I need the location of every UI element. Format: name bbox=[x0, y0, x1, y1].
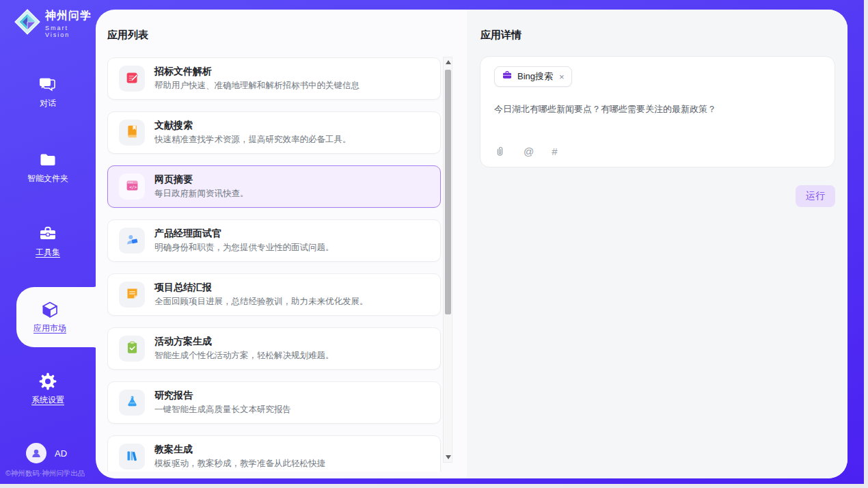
user-row[interactable]: AD bbox=[26, 443, 67, 463]
cube-icon bbox=[40, 300, 59, 319]
content-panel: 应用列表 招标文件解析帮助用户快速、准确地理解和解析招标书中的关键信息文献搜索快… bbox=[96, 10, 847, 478]
attachment-icon[interactable] bbox=[494, 146, 506, 157]
app-detail-panel: 应用详情 Bing搜索 × 今日湖北有哪些新闻要点？有哪些需要关注的最新政策？ … bbox=[467, 10, 847, 478]
app-icon-frame bbox=[119, 120, 145, 146]
brand-diamond-icon bbox=[14, 8, 41, 38]
app-description: 模板驱动，教案秒成，教学准备从此轻松快捷 bbox=[154, 458, 325, 470]
brand-name: 神州问学 bbox=[45, 9, 96, 23]
app-icon-frame bbox=[119, 66, 145, 92]
sidebar-item-label: 系统设置 bbox=[31, 394, 64, 406]
webpage-icon: </> bbox=[125, 178, 139, 195]
app-description: 帮助用户快速、准确地理解和解析招标书中的关键信息 bbox=[154, 80, 360, 92]
app-list: 招标文件解析帮助用户快速、准确地理解和解析招标书中的关键信息文献搜索快速精准查找… bbox=[107, 57, 442, 472]
app-card-tender-analysis[interactable]: 招标文件解析帮助用户快速、准确地理解和解析招标书中的关键信息 bbox=[107, 57, 441, 100]
books-icon bbox=[125, 448, 139, 465]
query-text[interactable]: 今日湖北有哪些新闻要点？有哪些需要关注的最新政策？ bbox=[494, 103, 822, 116]
app-title: 活动方案生成 bbox=[154, 336, 334, 348]
app-description: 快速精准查找学术资源，提高研究效率的必备工具。 bbox=[154, 134, 351, 146]
interviewer-icon bbox=[125, 232, 139, 249]
hash-icon[interactable]: # bbox=[552, 146, 557, 157]
input-toolbar: @# bbox=[494, 146, 558, 157]
app-card-literature-search[interactable]: 文献搜索快速精准查找学术资源，提高研究效率的必备工具。 bbox=[107, 111, 441, 154]
sidebar-item-label: 智能文件夹 bbox=[27, 173, 68, 185]
app-card-lesson-plan[interactable]: 教案生成模板驱动，教案秒成，教学准备从此轻松快捷 bbox=[107, 435, 441, 472]
avatar bbox=[26, 443, 46, 463]
sidebar: 神州问学 Smart Vision 对话智能文件夹工具集应用市场系统设置 AD … bbox=[0, 0, 96, 484]
app-list-panel: 应用列表 招标文件解析帮助用户快速、准确地理解和解析招标书中的关键信息文献搜索快… bbox=[96, 10, 467, 478]
svg-text:</>: </> bbox=[129, 184, 137, 189]
app-card-research-report[interactable]: 研究报告一键智能生成高质量长文本研究报告 bbox=[107, 381, 441, 424]
sidebar-item-toolkit[interactable]: 工具集 bbox=[0, 224, 96, 258]
tool-chip-label: Bing搜索 bbox=[517, 70, 553, 83]
sidebar-item-app-market[interactable]: 应用市场 bbox=[16, 287, 96, 347]
app-icon-frame bbox=[119, 282, 145, 308]
app-title: 研究报告 bbox=[154, 390, 291, 402]
copyright: ©神州数码·神州问学出品 bbox=[5, 469, 96, 478]
edit-document-icon bbox=[125, 70, 139, 87]
app-title: 网页摘要 bbox=[154, 174, 249, 186]
app-card-event-plan[interactable]: 活动方案生成智能生成个性化活动方案，轻松解决规划难题。 bbox=[107, 327, 441, 370]
app-description: 每日政府新闻资讯快查。 bbox=[154, 188, 249, 200]
briefcase-icon bbox=[502, 70, 513, 83]
app-icon-frame bbox=[119, 336, 145, 362]
app-icon-frame bbox=[119, 390, 145, 416]
toolbox-icon bbox=[38, 224, 57, 243]
clipboard-check-icon bbox=[125, 340, 139, 357]
app-window: 神州问学 Smart Vision 对话智能文件夹工具集应用市场系统设置 AD … bbox=[0, 0, 864, 484]
chat-icon bbox=[38, 75, 57, 94]
sidebar-item-chat[interactable]: 对话 bbox=[0, 75, 96, 109]
mention-icon[interactable]: @ bbox=[524, 146, 534, 157]
sidebar-item-label: 应用市场 bbox=[33, 323, 66, 334]
app-card-pm-interviewer[interactable]: 产品经理面试官明确身份和职责，为您提供专业性的面试问题。 bbox=[107, 219, 441, 262]
app-title: 产品经理面试官 bbox=[154, 228, 334, 240]
close-icon[interactable]: × bbox=[559, 72, 565, 82]
app-description: 全面回顾项目进展，总结经验教训，助力未来优化发展。 bbox=[154, 296, 368, 308]
app-title: 项目总结汇报 bbox=[154, 282, 368, 294]
sidebar-item-smart-folder[interactable]: 智能文件夹 bbox=[0, 150, 96, 185]
sidebar-item-label: 对话 bbox=[40, 98, 56, 109]
app-title: 招标文件解析 bbox=[154, 66, 360, 78]
brand-subtitle: Smart Vision bbox=[45, 25, 96, 38]
query-card[interactable]: Bing搜索 × 今日湖北有哪些新闻要点？有哪些需要关注的最新政策？ @# bbox=[480, 56, 835, 167]
user-name: AD bbox=[55, 448, 67, 459]
research-icon bbox=[125, 394, 139, 411]
gear-icon bbox=[38, 372, 57, 391]
folder-icon bbox=[38, 150, 57, 170]
app-list-scrollbar[interactable] bbox=[443, 57, 452, 463]
tool-chip[interactable]: Bing搜索 × bbox=[494, 66, 572, 87]
app-detail-title: 应用详情 bbox=[480, 29, 521, 42]
app-description: 一键智能生成高质量长文本研究报告 bbox=[154, 404, 291, 416]
app-card-project-summary[interactable]: 项目总结汇报全面回顾项目进展，总结经验教训，助力未来优化发展。 bbox=[107, 273, 441, 316]
brand-logo: 神州问学 Smart Vision bbox=[14, 8, 96, 38]
run-button[interactable]: 运行 bbox=[796, 185, 835, 207]
scroll-up-arrow-icon[interactable] bbox=[446, 60, 451, 64]
sidebar-item-label: 工具集 bbox=[36, 247, 60, 258]
app-description: 智能生成个性化活动方案，轻松解决规划难题。 bbox=[154, 350, 334, 362]
app-list-title: 应用列表 bbox=[107, 29, 148, 42]
app-icon-frame bbox=[119, 228, 145, 254]
note-icon bbox=[125, 286, 139, 303]
book-icon bbox=[125, 124, 139, 141]
sidebar-item-settings[interactable]: 系统设置 bbox=[0, 372, 96, 406]
app-title: 文献搜索 bbox=[154, 120, 351, 132]
scroll-down-arrow-icon[interactable] bbox=[446, 455, 451, 459]
app-card-webpage-summary[interactable]: </>网页摘要每日政府新闻资讯快查。 bbox=[107, 165, 441, 208]
scrollbar-thumb[interactable] bbox=[445, 70, 451, 314]
app-title: 教案生成 bbox=[154, 444, 325, 456]
app-icon-frame bbox=[119, 444, 145, 470]
app-description: 明确身份和职责，为您提供专业性的面试问题。 bbox=[154, 242, 334, 254]
app-icon-frame: </> bbox=[119, 174, 145, 200]
